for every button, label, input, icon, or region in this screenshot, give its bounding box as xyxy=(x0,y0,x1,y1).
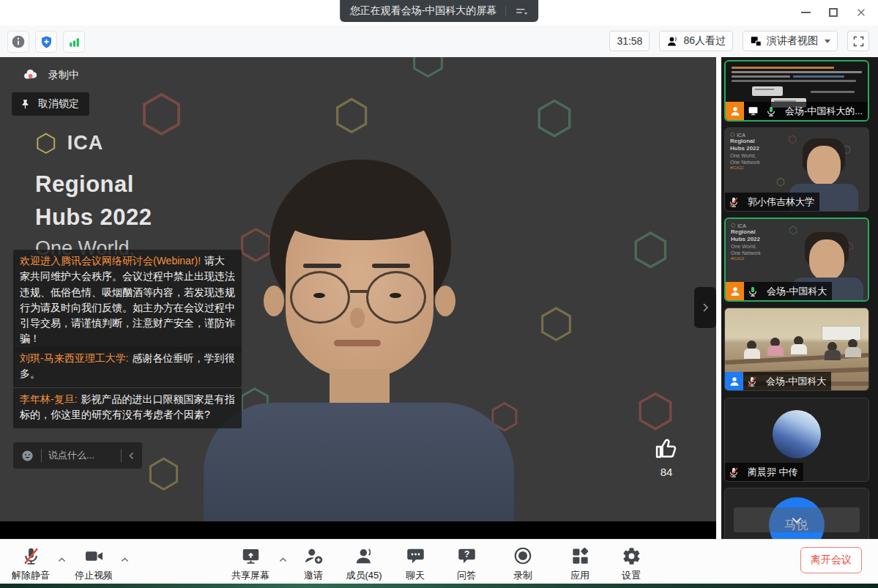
tile-label-bar: 郭小伟吉林大学 xyxy=(725,193,819,211)
scroll-down-overlay[interactable] xyxy=(734,507,860,532)
gear-icon xyxy=(622,546,641,566)
apps-label: 应用 xyxy=(557,569,603,582)
hexagon-icon: ⬡ xyxy=(146,454,181,494)
view-mode-dropdown[interactable]: 演讲者视图 xyxy=(743,31,838,51)
mic-active-icon xyxy=(744,282,762,300)
minimize-button[interactable] xyxy=(795,1,816,23)
invite-button[interactable]: 邀请 xyxy=(290,545,337,582)
hexagon-icon: ⬡ xyxy=(636,388,675,433)
members-button[interactable]: 成员(45) xyxy=(341,545,387,582)
banner-menu-icon[interactable] xyxy=(515,6,528,17)
emoji-icon[interactable] xyxy=(21,449,34,463)
security-button[interactable] xyxy=(35,31,57,53)
avatar xyxy=(773,410,821,458)
thumbs-up-icon[interactable] xyxy=(653,435,680,461)
chat-placeholder[interactable]: 说点什么... xyxy=(48,449,114,462)
invite-label: 邀请 xyxy=(290,569,337,582)
ica-logo-text: ICA xyxy=(67,132,104,155)
tile-label-bar: 会场-中国科大的... xyxy=(726,102,868,120)
chat-message: 李年林-复旦:影视产品的进出口限额国家是有指标的，你这里的研究有没有考虑者个因素… xyxy=(13,388,242,428)
chat-body: 请大家共同维护大会秩序。会议过程中禁止出现违法违规、低俗色情、吸烟酗酒等内容，若… xyxy=(20,255,235,344)
participant-tile[interactable]: 会场-中国科大 xyxy=(724,308,869,391)
slide-title-line2: Hubs 2022 xyxy=(35,204,152,231)
participant-tile[interactable]: 蔺晨羿 中传 xyxy=(724,398,869,482)
participant-tile-screen-share[interactable]: 会场-中国科大的... xyxy=(724,60,869,122)
audio-options-chevron[interactable] xyxy=(56,554,67,565)
record-button[interactable]: 录制 xyxy=(499,545,546,582)
input-divider xyxy=(41,449,42,462)
participant-name: 会场-中国科大 xyxy=(761,372,831,390)
chat-label: 聊天 xyxy=(392,569,439,582)
watching-banner: 您正在观看会场-中国科大的屏幕 xyxy=(340,0,539,22)
network-status-button[interactable] xyxy=(63,31,85,53)
participant-name: 蔺晨羿 中传 xyxy=(743,463,803,481)
mic-muted-icon xyxy=(725,463,743,481)
slide-text: ⬡ ICA Regional Hubs 2022 One World, xyxy=(35,130,152,260)
layout-icon xyxy=(750,35,762,48)
desktop-wallpaper-strip xyxy=(0,584,878,588)
viewers-icon xyxy=(666,35,679,48)
leave-meeting-label: 离开会议 xyxy=(811,554,852,567)
shield-icon xyxy=(40,35,53,49)
signal-bars-icon xyxy=(67,35,81,49)
settings-button[interactable]: 设置 xyxy=(608,545,655,582)
share-screen-button[interactable]: 共享屏幕 xyxy=(227,545,274,582)
recording-indicator: 录制中 xyxy=(22,67,79,83)
speaker-person xyxy=(212,160,505,521)
tile-label-bar: 会场-中国科大 xyxy=(725,372,831,390)
stop-video-label: 停止视频 xyxy=(70,569,117,582)
status-bar: 31:58 86人看过 演讲者视图 xyxy=(0,26,878,57)
quick-chat-input[interactable]: 说点什么... xyxy=(13,442,142,469)
ica-logo-icon: ⬡ xyxy=(35,130,57,155)
apps-grid-icon xyxy=(570,546,590,566)
like-widget[interactable]: 84 xyxy=(647,435,685,478)
viewers-button[interactable]: 86人看过 xyxy=(659,31,733,51)
chevron-down-icon xyxy=(790,516,803,525)
unmute-button[interactable]: 解除静音 xyxy=(7,545,54,582)
tile-label-bar: 会场-中国科大 xyxy=(726,282,832,300)
cohost-badge-icon xyxy=(725,372,743,390)
hexagon-icon: ⬡ xyxy=(333,94,371,136)
timer-value: 31:58 xyxy=(617,35,642,47)
pin-icon xyxy=(19,98,31,111)
unpin-button[interactable]: 取消锁定 xyxy=(12,92,89,116)
host-badge-icon xyxy=(726,102,744,120)
unmute-label: 解除静音 xyxy=(7,569,54,582)
participant-tile[interactable]: 马悦 xyxy=(724,488,869,539)
maximize-button[interactable] xyxy=(822,1,844,23)
input-divider xyxy=(121,449,122,462)
chat-bubble-icon xyxy=(406,546,425,566)
mic-muted-icon xyxy=(21,546,41,566)
meeting-window: 您正在观看会场-中国科大的屏幕 31:58 86人看过 演讲者视图 xyxy=(0,0,878,588)
share-screen-label: 共享屏幕 xyxy=(227,569,274,582)
invite-icon xyxy=(304,546,324,566)
bottom-toolbar: 解除静音 停止视频 共享屏幕 邀请 成员(45) 聊天 问答 xyxy=(0,539,878,584)
leave-meeting-button[interactable]: 离开会议 xyxy=(800,547,862,573)
collapse-sidebar-button[interactable] xyxy=(694,287,716,328)
camera-icon xyxy=(84,546,104,566)
apps-button[interactable]: 应用 xyxy=(557,545,603,582)
stop-video-button[interactable]: 停止视频 xyxy=(70,545,117,582)
chat-button[interactable]: 聊天 xyxy=(392,545,439,582)
qa-button[interactable]: 问答 xyxy=(443,545,490,582)
settings-label: 设置 xyxy=(608,569,655,582)
participant-tile[interactable]: ⬡ICA Regional Hubs 2022 One World, One N… xyxy=(724,127,869,212)
participant-tile[interactable]: ⬡ICA Regional Hubs 2022 One World, One N… xyxy=(724,217,869,302)
recording-label: 录制中 xyxy=(48,69,79,82)
meeting-info-button[interactable] xyxy=(7,31,29,53)
video-options-chevron[interactable] xyxy=(119,554,130,565)
main-stage: ⬡ ⬡ ⬡ ⬡ ⬡ ⬡ ⬡ ⬡ ⬡ ⬡ ⬡ ⬡ ⬡ ICA Regional H… xyxy=(0,57,716,539)
screen-share-icon xyxy=(744,102,762,120)
share-options-chevron[interactable] xyxy=(277,554,289,565)
chevron-left-icon[interactable] xyxy=(128,451,135,461)
close-button[interactable] xyxy=(850,1,872,23)
mini-logo-text: ICA xyxy=(737,223,746,228)
chevron-right-icon xyxy=(702,302,710,313)
chat-sender: 李年林-复旦: xyxy=(20,393,78,405)
hexagon-icon: ⬡ xyxy=(776,176,785,187)
record-circle-icon xyxy=(513,546,533,566)
pill-divider xyxy=(505,6,506,16)
members-label: 成员(45) xyxy=(341,569,387,582)
host-badge-icon xyxy=(726,282,744,300)
fullscreen-button[interactable] xyxy=(847,31,869,51)
